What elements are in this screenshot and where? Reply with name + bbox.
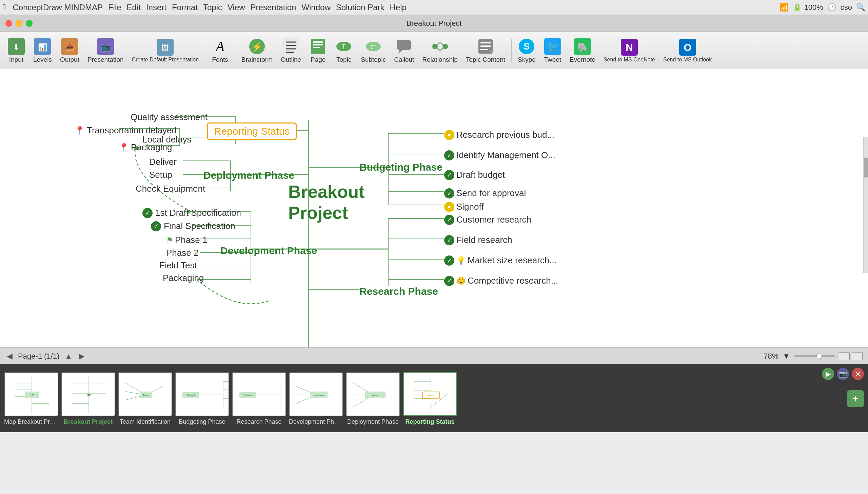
thumb-budgeting-phase[interactable]: Budget Budgeting Phase [175, 372, 229, 425]
thumb-research-phase[interactable]: Research Research Phase [232, 372, 286, 425]
toolbar-outline[interactable]: Outline [277, 36, 304, 65]
svg-rect-25 [397, 40, 411, 50]
panel-close-button[interactable]: ✕ [852, 368, 864, 380]
camera-button[interactable]: 📷 [837, 368, 849, 380]
toolbar-tweet[interactable]: 🐦 Tweet [540, 36, 565, 65]
zoom-thumb[interactable] [816, 354, 822, 359]
minimize-button[interactable] [16, 20, 22, 27]
menu-insert[interactable]: Insert [146, 3, 166, 12]
svg-text:ST: ST [370, 44, 376, 50]
phase2-node: Phase 2 [166, 248, 198, 258]
svg-rect-20 [313, 47, 320, 48]
field-test-node: Field Test [159, 260, 197, 271]
toolbar-relationship[interactable]: Relationship [419, 36, 461, 65]
thumbnail-panel: ▶ 📷 ✕ B P Map Breakout Project [0, 364, 868, 432]
close-button[interactable] [5, 20, 12, 27]
toolbar-brainstorm[interactable]: ⚡ Brainstorm [238, 36, 276, 65]
pin-icon-pkg: 📍 [119, 143, 129, 152]
toolbar-create-presentation[interactable]: 🖼 Create Default Presentation [129, 36, 202, 65]
thumb-map-breakout[interactable]: B P Map Breakout Project [4, 372, 58, 425]
menu-format[interactable]: Format [172, 3, 198, 12]
send-approval-node: ✓ Send for approval [444, 188, 526, 198]
thumb-label-8: Reporting Status [405, 418, 454, 425]
play-button[interactable]: ▶ [822, 368, 834, 380]
presentation-label: Presentation [87, 56, 124, 63]
toolbar-input[interactable]: ⬇ Input [4, 36, 28, 65]
thumb-development-phase[interactable]: Dev Phase Development Phase [289, 372, 343, 425]
toolbar-evernote[interactable]: 🐘 Evernote [566, 36, 599, 65]
menu-edit[interactable]: Edit [127, 3, 141, 12]
toolbar-topic[interactable]: T Topic [332, 36, 356, 65]
toolbar-onenote[interactable]: N Send to MS OneNote [600, 36, 658, 65]
relationship-icon [431, 38, 449, 55]
topic-icon: T [335, 38, 353, 55]
toolbar-outlook[interactable]: O Send to MS Outlook [660, 36, 715, 65]
page-icon [309, 38, 327, 55]
draft-budget-node: ✓ Draft budget [444, 170, 505, 180]
thumb-label-2: Breakout Project [64, 418, 113, 425]
separator-3 [511, 39, 512, 62]
menu-presentation[interactable]: Presentation [251, 3, 296, 12]
packaging-right-node: Packaging [163, 273, 204, 283]
callout-label: Callout [394, 56, 414, 63]
up-arrow[interactable]: ▲ [63, 350, 74, 362]
wifi-icon: 📶 [780, 3, 789, 12]
canvas[interactable]: Breakout Project Reporting Status Qualit… [0, 69, 868, 347]
input-label: Input [9, 56, 23, 63]
customer-research-node: ✓ Customer research [444, 214, 531, 225]
thumb-mini-3: Team [119, 373, 172, 416]
svg-text:Team: Team [143, 394, 149, 396]
apple-logo-icon:  [3, 2, 6, 13]
menu-help[interactable]: Help [390, 3, 406, 12]
menu-file[interactable]: File [108, 3, 121, 12]
thumb-team-identification[interactable]: Team Team Identification [118, 372, 172, 425]
toolbar-levels[interactable]: 📊 Levels [30, 36, 55, 65]
toolbar-presentation[interactable]: 📺 Presentation [84, 36, 127, 65]
page-label: Page [311, 56, 326, 63]
search-icon[interactable]: 🔍 [856, 3, 865, 12]
menu-view[interactable]: View [228, 3, 245, 12]
view-full-button[interactable] [852, 352, 863, 360]
toolbar-topic-content[interactable]: Topic Content [462, 36, 509, 65]
toolbar-output[interactable]: 📤 Output [57, 36, 83, 65]
menu-solution-park[interactable]: Solution Park [336, 3, 384, 12]
statusbar: ◀ Page-1 (1/1) ▲ ▶ 78% ▼ [0, 347, 868, 364]
toolbar-callout[interactable]: Callout [391, 36, 417, 65]
svg-text:🐦: 🐦 [546, 40, 559, 53]
right-arrow[interactable]: ▶ [78, 350, 86, 362]
zoom-slider[interactable] [794, 355, 835, 357]
menu-window[interactable]: Window [301, 3, 330, 12]
check-icon-approval: ✓ [444, 188, 454, 198]
add-slide-button[interactable]: + [847, 390, 864, 407]
deliver-node: Deliver [149, 157, 177, 167]
thumb-preview-6: Dev Phase [289, 372, 343, 416]
right-scroll-area[interactable] [863, 137, 868, 273]
create-presentation-icon: 🖼 [156, 38, 174, 56]
separator-1 [205, 39, 205, 62]
toolbar-skype[interactable]: S Skype [514, 36, 539, 65]
svg-text:Budget: Budget [187, 394, 195, 397]
skype-icon: S [518, 38, 535, 55]
reporting-status-node[interactable]: Reporting Status [207, 122, 297, 140]
maximize-button[interactable] [26, 20, 33, 27]
thumb-breakout-project[interactable]: BP Breakout Project [61, 372, 115, 425]
evernote-label: Evernote [570, 56, 595, 63]
levels-label: Levels [33, 56, 52, 63]
svg-text:Deploy: Deploy [372, 394, 379, 396]
view-fit-button[interactable] [839, 352, 850, 360]
zoom-decrease[interactable]: ▼ [783, 352, 790, 361]
menu-topic[interactable]: Topic [203, 3, 222, 12]
toolbar-subtopic[interactable]: ST Subtopic [357, 36, 389, 65]
brainstorm-label: Brainstorm [241, 56, 273, 63]
thumb-deployment-phase[interactable]: Deploy Deployment Phase [346, 372, 400, 425]
svg-text:📊: 📊 [38, 43, 47, 52]
outline-label: Outline [281, 56, 301, 63]
toolbar-fonts[interactable]: A Fonts [208, 36, 232, 65]
svg-text:T: T [342, 44, 346, 50]
outline-icon [282, 38, 300, 55]
toolbar-page[interactable]: Page [306, 36, 330, 65]
left-arrow[interactable]: ◀ [5, 350, 14, 362]
thumb-reporting-status[interactable]: Report Reporting Status [403, 372, 457, 425]
svg-marker-26 [398, 50, 403, 54]
local-delays-node: Local delays [142, 134, 192, 145]
